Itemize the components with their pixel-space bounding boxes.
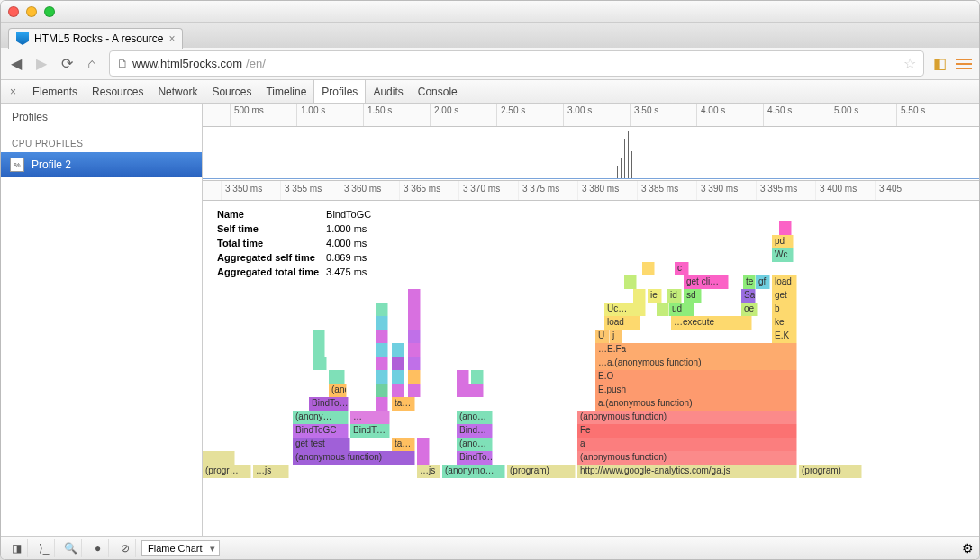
forward-button[interactable]: ▶ — [33, 56, 50, 72]
devtools-tab-network[interactable]: Network — [150, 80, 204, 103]
flame-bar[interactable]: oe — [741, 303, 758, 316]
flame-bar[interactable]: …a.(anonymous function) — [595, 357, 797, 370]
flame-bar[interactable] — [313, 330, 325, 343]
devtools-tab-elements[interactable]: Elements — [25, 80, 85, 103]
clear-icon[interactable]: ⊘ — [114, 539, 136, 557]
flame-bar[interactable]: (anonymous function) — [577, 451, 797, 465]
devtools-tab-resources[interactable]: Resources — [85, 80, 150, 103]
menu-icon[interactable] — [956, 59, 972, 69]
flame-bar[interactable]: Sa — [741, 289, 756, 303]
flame-bar[interactable]: E.K — [772, 330, 797, 343]
flame-bar[interactable]: id — [667, 289, 682, 303]
devtools-tab-sources[interactable]: Sources — [204, 80, 259, 103]
flame-bar[interactable]: E.push — [595, 384, 797, 397]
flame-bar[interactable]: Bind… — [457, 424, 493, 438]
flame-bar[interactable]: U — [595, 330, 610, 343]
flame-bar[interactable] — [417, 451, 430, 465]
flame-bar[interactable] — [376, 343, 388, 357]
zoom-window-button[interactable] — [44, 6, 55, 17]
console-toggle-icon[interactable]: ⟩_ — [33, 539, 55, 557]
flame-bar[interactable] — [657, 303, 669, 316]
flame-bar[interactable] — [408, 370, 421, 384]
flame-bar[interactable] — [408, 330, 421, 343]
flame-bar[interactable]: ud — [669, 303, 694, 316]
reload-button[interactable]: ⟳ — [59, 56, 75, 72]
devtools-close-icon[interactable]: × — [1, 86, 25, 98]
flame-bar[interactable] — [203, 451, 235, 465]
browser-tab[interactable]: HTML5 Rocks - A resource × — [8, 28, 183, 49]
flame-bar[interactable]: get — [772, 289, 797, 303]
settings-gear-icon[interactable]: ⚙ — [962, 541, 974, 555]
flame-bar[interactable]: sd — [684, 289, 702, 303]
flame-bar[interactable] — [392, 384, 404, 397]
flame-bar[interactable]: pd — [772, 235, 794, 248]
flame-bar[interactable]: …js — [253, 465, 289, 478]
detail-ruler[interactable]: 3 350 ms3 355 ms3 360 ms3 365 ms3 370 ms… — [203, 181, 979, 201]
back-button[interactable]: ◀ — [8, 56, 24, 72]
flame-chart[interactable]: NameBindToGCSelf time1.000 msTotal time4… — [203, 203, 979, 536]
flame-bar[interactable]: gf — [756, 275, 770, 289]
flame-bar[interactable]: (anonymous function) — [577, 411, 797, 424]
home-button[interactable]: ⌂ — [84, 56, 100, 72]
flame-bar[interactable] — [376, 370, 388, 384]
flame-bar[interactable] — [408, 357, 421, 370]
flame-bar[interactable]: a.(anonymous function) — [595, 397, 797, 411]
flame-bar[interactable]: BindTo… — [309, 397, 349, 411]
flame-bar[interactable]: (ano… — [329, 384, 347, 397]
bookmark-star-icon[interactable]: ☆ — [903, 55, 916, 72]
flame-bar[interactable]: http://www.google-analytics.com/ga.js — [577, 465, 797, 478]
flame-bar[interactable]: j — [610, 330, 622, 343]
flame-bar[interactable]: (ano… — [457, 438, 493, 451]
flame-bar[interactable] — [408, 343, 421, 357]
url-field[interactable]: 🗋 www.html5rocks.com /en/ ☆ — [109, 50, 924, 77]
flame-bar[interactable] — [417, 438, 430, 451]
flame-bar[interactable] — [408, 303, 421, 316]
flame-bar[interactable]: Uc… — [604, 303, 646, 316]
flame-bar[interactable]: BindTo… — [457, 451, 493, 465]
flame-bar[interactable]: Fe — [577, 424, 797, 438]
flame-bar[interactable] — [633, 289, 646, 303]
devtools-tab-profiles[interactable]: Profiles — [313, 80, 366, 103]
view-mode-select[interactable]: Flame Chart — [141, 540, 220, 556]
flame-bar[interactable]: ta… — [392, 397, 415, 411]
flame-bar[interactable]: load — [604, 316, 640, 330]
flame-bar[interactable]: (anonymo… — [442, 465, 505, 478]
flame-bar[interactable] — [376, 316, 388, 330]
flame-bar[interactable]: (progr… — [203, 465, 251, 478]
flame-bar[interactable]: (anony… — [293, 411, 349, 424]
flame-bar[interactable] — [376, 384, 388, 397]
flame-bar[interactable]: BindT… — [350, 424, 390, 438]
close-window-button[interactable] — [8, 6, 19, 17]
flame-bar[interactable] — [376, 357, 388, 370]
dock-icon[interactable]: ◨ — [6, 539, 28, 557]
flame-bar[interactable]: c — [675, 262, 689, 275]
flame-bar[interactable]: E.O — [595, 370, 797, 384]
flame-bar[interactable]: b — [772, 303, 797, 316]
flame-bar[interactable]: …E.Fa — [595, 343, 797, 357]
flame-bar[interactable]: ie — [648, 289, 662, 303]
flame-bar[interactable]: (program) — [799, 465, 862, 478]
flame-bar[interactable] — [408, 289, 421, 303]
flame-bar[interactable] — [392, 357, 404, 370]
flame-bar[interactable]: ke — [772, 316, 797, 330]
devtools-tab-timeline[interactable]: Timeline — [259, 80, 313, 103]
flame-bar[interactable]: (program) — [507, 465, 576, 478]
flame-bar[interactable]: te — [743, 275, 756, 289]
devtools-tab-audits[interactable]: Audits — [366, 80, 410, 103]
overview-ruler[interactable]: 500 ms1.00 s1.50 s2.00 s2.50 s3.00 s3.50… — [203, 104, 979, 127]
flame-bar[interactable] — [624, 275, 637, 289]
flame-bar[interactable] — [313, 343, 325, 357]
flame-bar[interactable]: Wc — [772, 248, 794, 262]
flame-bar[interactable]: (ano… — [457, 411, 493, 424]
minimize-window-button[interactable] — [26, 6, 37, 17]
flame-bar[interactable]: get cli… — [684, 275, 729, 289]
flame-bar[interactable]: get test — [293, 438, 350, 451]
flame-bar[interactable] — [376, 397, 388, 411]
devtools-tab-console[interactable]: Console — [411, 80, 465, 103]
flame-bar[interactable] — [471, 370, 484, 384]
tab-close-icon[interactable]: × — [168, 32, 175, 45]
search-icon[interactable]: 🔍 — [60, 539, 82, 557]
flame-bar[interactable] — [376, 303, 388, 316]
record-icon[interactable]: ● — [87, 539, 109, 557]
flame-bar[interactable] — [392, 370, 404, 384]
